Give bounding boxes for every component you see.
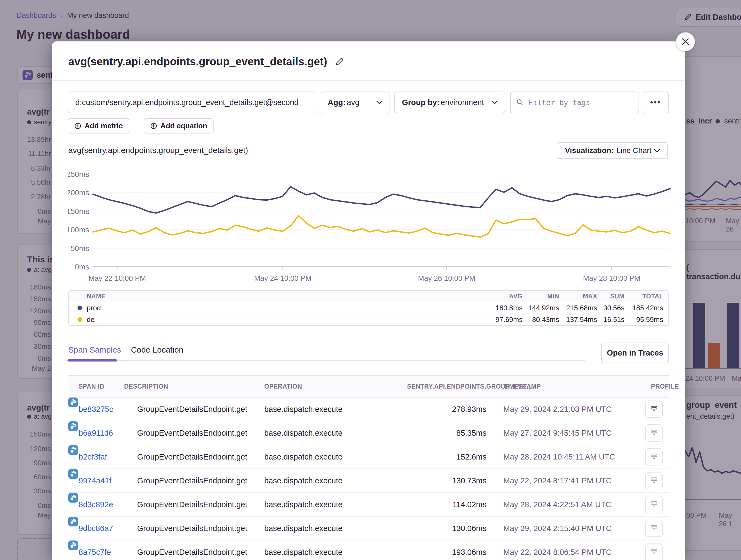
plus-circle-icon: [74, 123, 81, 130]
span-description: GroupEventDetailsEndpoint.get: [137, 500, 247, 509]
span-description: GroupEventDetailsEndpoint.get: [137, 453, 247, 462]
tab-code-location[interactable]: Code Location: [131, 345, 183, 358]
python-icon: [68, 421, 78, 431]
profile-icon: [650, 405, 658, 413]
span-timestamp: May 28, 2024 10:45:11 AM UTC: [503, 453, 615, 462]
span-duration: 152.6ms: [407, 453, 486, 462]
metric-query-input[interactable]: [68, 91, 316, 113]
python-icon: [68, 469, 78, 479]
group-by-value: environment: [441, 98, 484, 107]
series-summary-table: NAME AVG MIN MAX SUM TOTAL prod 180.8ms …: [68, 290, 669, 326]
profile-button[interactable]: [645, 472, 663, 489]
table-row[interactable]: b2ef3fafGroupEventDetailsEndpoint.getbas…: [68, 445, 669, 469]
col-header-metric: SENTRY.API.ENDPOINTS.GROUP_EVE…: [407, 383, 486, 390]
series-sum: 30.56s: [597, 304, 624, 312]
series-avg: 180.8ms: [471, 304, 523, 312]
span-timestamp: May 22, 2024 8:06:54 PM UTC: [503, 548, 612, 557]
span-duration: 114.02ms: [407, 500, 486, 509]
profile-button[interactable]: [645, 424, 663, 442]
span-timestamp: May 29, 2024 2:21:03 PM UTC: [503, 405, 612, 414]
col-header-timestamp: TIMESTAMP: [503, 383, 541, 390]
svg-text:250ms: 250ms: [68, 170, 89, 178]
divider: [52, 80, 685, 81]
open-in-traces-button[interactable]: Open in Traces: [601, 342, 669, 363]
metric-line-chart[interactable]: 250ms200ms150ms100ms50ms0msMay 22 10:00 …: [68, 163, 681, 288]
col-header-avg: AVG: [471, 293, 523, 300]
profile-button[interactable]: [645, 496, 663, 513]
span-description: GroupEventDetailsEndpoint.get: [137, 548, 247, 557]
profile-button[interactable]: [645, 519, 663, 537]
span-operation: base.dispatch.execute: [264, 500, 343, 509]
chart-title: avg(sentry.api.endpoints.group_event_det…: [68, 146, 248, 155]
span-timestamp: May 29, 2024 2:15:40 PM UTC: [503, 524, 612, 533]
span-operation: base.dispatch.execute: [264, 524, 343, 533]
span-id-link[interactable]: 8d3c892e: [79, 500, 113, 509]
col-header-max: MAX: [554, 293, 597, 300]
python-icon: [68, 398, 78, 407]
profile-button[interactable]: [645, 401, 663, 418]
col-header-profile: PROFILE: [627, 383, 679, 390]
table-row[interactable]: be83275cGroupEventDetailsEndpoint.getbas…: [68, 398, 669, 421]
span-timestamp: May 22, 2024 8:17:41 PM UTC: [503, 476, 612, 485]
series-max: 215.68ms: [554, 304, 597, 312]
col-header-name: NAME: [87, 293, 106, 300]
tag-filter-input[interactable]: [528, 98, 633, 107]
span-operation: base.dispatch.execute: [264, 453, 343, 462]
visualization-label: Visualization:: [565, 146, 614, 155]
svg-text:May 22 10:00 PM: May 22 10:00 PM: [89, 274, 146, 283]
profile-button[interactable]: [645, 544, 663, 560]
add-metric-button[interactable]: Add metric: [68, 118, 129, 134]
add-metric-label: Add metric: [84, 122, 123, 130]
ellipsis-icon: •••: [650, 98, 661, 107]
plus-circle-icon: [150, 123, 157, 130]
visualization-dropdown[interactable]: Visualization: Line Chart: [557, 142, 668, 159]
profile-icon: [650, 524, 658, 532]
summary-row-de[interactable]: de 97.69ms 80.43ms 137.54ms 16.51s 95.59…: [69, 314, 668, 325]
col-header-total: TOTAL: [622, 293, 663, 300]
group-by-dropdown[interactable]: Group by: environment: [394, 91, 505, 113]
chevron-down-icon: [654, 149, 660, 152]
table-row[interactable]: 8d3c892eGroupEventDetailsEndpoint.getbas…: [68, 493, 669, 517]
span-id-link[interactable]: 8a75c7fe: [79, 548, 111, 557]
span-samples-table: SPAN ID DESCRIPTION OPERATION SENTRY.API…: [68, 375, 669, 560]
span-description: GroupEventDetailsEndpoint.get: [137, 405, 247, 414]
tab-span-samples[interactable]: Span Samples: [68, 345, 121, 358]
span-table-header: SPAN ID DESCRIPTION OPERATION SENTRY.API…: [68, 375, 669, 398]
span-id-link[interactable]: b6a911d6: [79, 429, 113, 437]
series-total: 185.42ms: [622, 304, 663, 312]
span-operation: base.dispatch.execute: [264, 476, 343, 485]
table-row[interactable]: 9dbc86a7GroupEventDetailsEndpoint.getbas…: [68, 517, 669, 541]
svg-text:200ms: 200ms: [68, 188, 89, 197]
span-id-link[interactable]: be83275c: [79, 405, 113, 414]
group-by-label: Group by:: [402, 98, 440, 107]
more-options-button[interactable]: •••: [643, 91, 669, 113]
series-color-dot: [77, 317, 82, 322]
table-row[interactable]: 8a75c7feGroupEventDetailsEndpoint.getbas…: [68, 541, 669, 560]
close-button[interactable]: [676, 32, 695, 51]
svg-text:50ms: 50ms: [71, 244, 89, 253]
table-row[interactable]: b6a911d6GroupEventDetailsEndpoint.getbas…: [68, 421, 669, 445]
tag-filter-field[interactable]: [510, 91, 639, 113]
add-equation-button[interactable]: Add equation: [144, 118, 214, 134]
svg-text:0ms: 0ms: [75, 263, 89, 271]
svg-text:150ms: 150ms: [68, 207, 89, 216]
span-id-link[interactable]: 9dbc86a7: [79, 524, 113, 533]
span-id-link[interactable]: b2ef3faf: [79, 453, 107, 462]
span-id-link[interactable]: 9974a41f: [79, 476, 112, 485]
profile-button[interactable]: [645, 448, 663, 466]
python-icon: [68, 493, 78, 502]
table-row[interactable]: 9974a41fGroupEventDetailsEndpoint.getbas…: [68, 469, 669, 493]
aggregation-dropdown[interactable]: Agg: avg: [321, 91, 390, 113]
agg-label: Agg:: [328, 98, 346, 107]
visualization-value: Line Chart: [616, 146, 651, 155]
summary-row-prod[interactable]: prod 180.8ms 144.92ms 215.68ms 30.56s 18…: [69, 302, 668, 314]
chevron-down-icon: [377, 100, 383, 104]
span-description: GroupEventDetailsEndpoint.get: [137, 476, 247, 485]
python-icon: [68, 541, 78, 550]
span-duration: 278.93ms: [407, 405, 486, 414]
span-timestamp: May 27, 2024 9:45:45 PM UTC: [503, 429, 612, 437]
profile-icon: [650, 429, 658, 437]
agg-value: avg: [347, 98, 359, 107]
edit-title-pencil-icon[interactable]: [335, 57, 344, 66]
series-name: de: [87, 315, 94, 324]
